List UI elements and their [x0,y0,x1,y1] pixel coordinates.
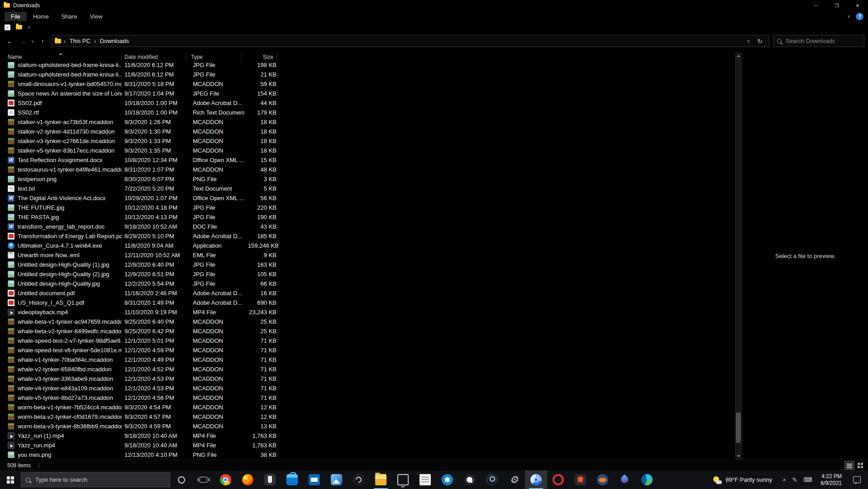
recent-locations-chevron-icon[interactable]: ∨ [29,35,36,47]
refresh-icon[interactable] [754,38,765,45]
file-row[interactable]: Untitled design-High-Quality (1).jpg12/9… [0,260,735,269]
file-row[interactable]: whale-v1-tynker-70ba084c.mcaddon12/1/202… [0,355,735,364]
taskbar-skype-button[interactable] [436,470,458,489]
breadcrumb-this-pc[interactable]: This PC [69,38,91,44]
file-row[interactable]: Unearth more Now..eml12/11/2020 10:52 AM… [0,250,735,260]
taskbar-steam-button[interactable] [481,470,503,489]
file-row[interactable]: stalker-v2-tynker-4d11d730.mcaddon9/3/20… [0,127,735,136]
file-row[interactable]: text.txt7/22/2020 5:20 PMText Document5 … [0,184,735,193]
task-view-button[interactable] [192,470,215,489]
taskbar-file-explorer-button[interactable] [370,470,392,489]
taskbar-store-button[interactable] [281,470,303,489]
tab-view[interactable]: View [83,12,109,21]
file-row[interactable]: whale-v4-tynker-e843a109.mcaddon12/1/202… [0,384,735,393]
file-row[interactable]: slattum-upholstered-bed-frame-knisa-li..… [0,62,735,70]
file-row[interactable]: slattum-upholstered-bed-frame-knisa-li..… [0,70,735,79]
taskbar-edge-button[interactable] [636,470,658,489]
breadcrumb-downloads[interactable]: Downloads [99,38,130,44]
details-view-button[interactable] [844,461,854,470]
taskbar-paint-3d-button[interactable] [614,470,636,489]
taskbar-blender-button[interactable] [591,470,614,489]
file-row[interactable]: you mes.png12/13/2020 4:10 PMPNG File38 … [0,450,735,460]
expand-ribbon-chevron-icon[interactable]: ∨ [842,14,856,19]
vertical-scrollbar[interactable] [735,53,742,460]
start-button[interactable] [0,470,21,489]
cortana-button[interactable] [170,470,192,489]
address-bar[interactable]: This PC Downloads [51,35,769,47]
file-row[interactable]: Untitled document.pdf11/16/2020 2:48 PMA… [0,288,735,298]
file-row[interactable]: SS02.pdf10/18/2020 1:00 PMAdobe Acrobat … [0,98,735,108]
pen-tray-icon[interactable] [790,476,800,483]
address-dropdown-chevron-icon[interactable] [743,39,755,43]
minimize-button[interactable]: ─ [806,0,826,11]
file-row[interactable]: Transformation of Energy Lab Report.pdf9… [0,231,735,241]
help-icon[interactable] [856,13,863,20]
file-row[interactable]: transform_energy_lab_report.doc9/18/2020… [0,222,735,231]
breadcrumb-chevron-icon[interactable] [91,38,99,45]
search-input[interactable] [785,37,860,45]
taskbar-screen-record-button[interactable] [392,470,414,489]
maximize-button[interactable]: ❐ [826,0,847,11]
taskbar-search-input[interactable] [34,476,165,484]
close-button[interactable]: ✕ [847,0,868,11]
file-row[interactable]: small-dinosaurs-v1-tynker-bd054570.mc...… [0,79,735,89]
taskbar-epic-games-button[interactable] [259,470,281,489]
file-row[interactable]: SS02.rtf10/18/2020 1:00 PMRich Text Docu… [0,108,735,117]
file-row[interactable]: whale-v2-tynker-65840fbd.mcaddon12/1/202… [0,364,735,374]
scroll-down-button[interactable] [735,453,742,460]
file-row[interactable]: testosaurus-v1-tynker-b49fe461.mcaddon8/… [0,165,735,174]
file-row[interactable]: Space news An asteroid the size of Londo… [0,89,735,98]
file-row[interactable]: Test Reflection Assignment.docx10/8/2020… [0,155,735,165]
taskbar-settings-button[interactable] [503,470,525,489]
file-row[interactable]: Untitled design-High-Quality (2).jpg12/9… [0,269,735,279]
column-header-name[interactable]: Name [8,53,122,62]
file-row[interactable]: stalker-v1-tynker-ac73b53f.mcaddon9/3/20… [0,117,735,127]
file-row[interactable]: whale-beta-v1-tynker-ac947659.mcaddon9/2… [0,317,735,326]
scroll-up-button[interactable] [735,53,742,59]
taskbar-obs-button[interactable] [348,470,370,489]
taskbar-notepad-button[interactable] [414,470,436,489]
action-center-button[interactable] [848,470,865,489]
breadcrumb-chevron-icon[interactable] [61,38,69,45]
tab-share[interactable]: Share [55,12,84,21]
column-header-type[interactable]: Type [191,53,242,62]
taskbar-chromium-button[interactable] [525,470,547,489]
properties-icon[interactable] [5,24,10,30]
taskbar-brave-button[interactable] [569,470,591,489]
customize-toolbar-chevron-icon[interactable]: ∨ [28,25,31,29]
file-row[interactable]: stalker-v5-tynker-83b17ecc.mcaddon9/3/20… [0,146,735,155]
weather-label[interactable]: 89°F Partly sunny [726,476,773,483]
taskbar-opera-button[interactable] [547,470,569,489]
file-row[interactable]: testperson.png8/30/2020 6:07 PMPNG File3… [0,174,735,184]
file-row[interactable]: stalker-v3-tynker-c27661de.mcaddon9/3/20… [0,136,735,146]
column-header-size[interactable]: Size [245,53,277,62]
keyboard-tray-icon[interactable] [801,476,815,483]
file-row[interactable]: whale-v5-tynker-8bd27a73.mcaddon12/1/202… [0,393,735,403]
file-row[interactable]: whale-speed-test-2-v7-tynker-98df5ae9...… [0,336,735,345]
file-row[interactable]: The Digital Anti-Violence Act.docx10/29/… [0,193,735,203]
file-row[interactable]: THE PASTA.jpg10/12/2020 4:13 PMJPG File1… [0,212,735,222]
file-row[interactable]: US_History_I_AS_Q1.pdf8/31/2020 1:49 PMA… [0,298,735,307]
file-row[interactable]: whale-speed-test-v6-tynker-5de1081e.m...… [0,345,735,355]
file-row[interactable]: Yazz_run (1).mp49/18/2020 10:40 AMMP4 Fi… [0,431,735,441]
new-folder-icon[interactable] [16,25,22,29]
file-row[interactable]: THE FUTURE.jpg10/12/2020 4:18 PMJPG File… [0,203,735,212]
file-row[interactable]: Yazz_run.mp49/18/2020 10:40 AMMP4 File1,… [0,441,735,450]
taskbar-clock[interactable]: 4:22 PM 6/9/2021 [816,473,846,487]
thumbnails-view-button[interactable] [855,461,865,470]
file-row[interactable]: whale-beta-v2-tynker-8499edfc.mcaddon9/2… [0,326,735,336]
file-row[interactable]: Ultimaker_Cura-4.7.1-win64.exe11/8/2020 … [0,241,735,250]
file-row[interactable]: Untitled design-High-Quality.jpg12/2/202… [0,279,735,288]
tab-home[interactable]: Home [27,12,55,21]
show-hidden-icons-chevron-icon[interactable] [780,477,788,482]
taskbar-search-box[interactable] [21,472,170,487]
file-row[interactable]: videoplayback.mp411/10/2020 9:19 PMMP4 F… [0,307,735,317]
file-row[interactable]: worm-beta-v3-tynker-8b36fbb9.mcaddon9/3/… [0,422,735,431]
search-box[interactable] [773,35,864,47]
tab-file[interactable]: File [5,12,27,21]
taskbar-photos-button[interactable] [325,470,348,489]
taskbar-github-button[interactable] [458,470,481,489]
up-button[interactable]: ↑ [36,35,49,47]
forward-button[interactable]: → [16,35,29,47]
taskbar-mail-button[interactable] [303,470,325,489]
